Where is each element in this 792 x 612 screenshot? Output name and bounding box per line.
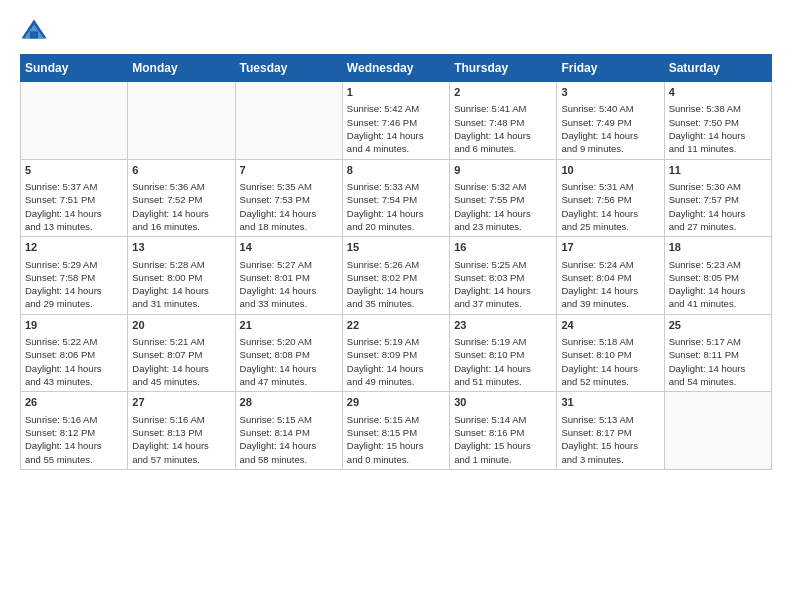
calendar-day-3: 3Sunrise: 5:40 AM Sunset: 7:49 PM Daylig… — [557, 82, 664, 160]
calendar-day-29: 29Sunrise: 5:15 AM Sunset: 8:15 PM Dayli… — [342, 392, 449, 470]
day-number: 26 — [25, 395, 123, 410]
calendar-day-7: 7Sunrise: 5:35 AM Sunset: 7:53 PM Daylig… — [235, 159, 342, 237]
day-number: 10 — [561, 163, 659, 178]
day-number: 1 — [347, 85, 445, 100]
calendar-empty-cell — [235, 82, 342, 160]
day-info: Sunrise: 5:38 AM Sunset: 7:50 PM Dayligh… — [669, 102, 767, 155]
calendar-day-6: 6Sunrise: 5:36 AM Sunset: 7:52 PM Daylig… — [128, 159, 235, 237]
calendar-day-15: 15Sunrise: 5:26 AM Sunset: 8:02 PM Dayli… — [342, 237, 449, 315]
calendar-week-row: 12Sunrise: 5:29 AM Sunset: 7:58 PM Dayli… — [21, 237, 772, 315]
svg-rect-2 — [30, 31, 38, 38]
day-info: Sunrise: 5:24 AM Sunset: 8:04 PM Dayligh… — [561, 258, 659, 311]
calendar-week-row: 26Sunrise: 5:16 AM Sunset: 8:12 PM Dayli… — [21, 392, 772, 470]
day-number: 19 — [25, 318, 123, 333]
calendar: SundayMondayTuesdayWednesdayThursdayFrid… — [20, 54, 772, 470]
calendar-day-13: 13Sunrise: 5:28 AM Sunset: 8:00 PM Dayli… — [128, 237, 235, 315]
day-number: 31 — [561, 395, 659, 410]
day-info: Sunrise: 5:41 AM Sunset: 7:48 PM Dayligh… — [454, 102, 552, 155]
day-info: Sunrise: 5:30 AM Sunset: 7:57 PM Dayligh… — [669, 180, 767, 233]
day-number: 16 — [454, 240, 552, 255]
calendar-day-17: 17Sunrise: 5:24 AM Sunset: 8:04 PM Dayli… — [557, 237, 664, 315]
day-info: Sunrise: 5:14 AM Sunset: 8:16 PM Dayligh… — [454, 413, 552, 466]
day-number: 4 — [669, 85, 767, 100]
calendar-day-19: 19Sunrise: 5:22 AM Sunset: 8:06 PM Dayli… — [21, 314, 128, 392]
calendar-day-14: 14Sunrise: 5:27 AM Sunset: 8:01 PM Dayli… — [235, 237, 342, 315]
day-info: Sunrise: 5:31 AM Sunset: 7:56 PM Dayligh… — [561, 180, 659, 233]
calendar-day-4: 4Sunrise: 5:38 AM Sunset: 7:50 PM Daylig… — [664, 82, 771, 160]
day-info: Sunrise: 5:42 AM Sunset: 7:46 PM Dayligh… — [347, 102, 445, 155]
day-number: 29 — [347, 395, 445, 410]
day-number: 17 — [561, 240, 659, 255]
day-info: Sunrise: 5:27 AM Sunset: 8:01 PM Dayligh… — [240, 258, 338, 311]
weekday-header-friday: Friday — [557, 55, 664, 82]
day-info: Sunrise: 5:22 AM Sunset: 8:06 PM Dayligh… — [25, 335, 123, 388]
day-info: Sunrise: 5:32 AM Sunset: 7:55 PM Dayligh… — [454, 180, 552, 233]
calendar-day-28: 28Sunrise: 5:15 AM Sunset: 8:14 PM Dayli… — [235, 392, 342, 470]
day-number: 22 — [347, 318, 445, 333]
day-info: Sunrise: 5:21 AM Sunset: 8:07 PM Dayligh… — [132, 335, 230, 388]
day-number: 28 — [240, 395, 338, 410]
calendar-day-26: 26Sunrise: 5:16 AM Sunset: 8:12 PM Dayli… — [21, 392, 128, 470]
weekday-header-wednesday: Wednesday — [342, 55, 449, 82]
day-number: 11 — [669, 163, 767, 178]
day-number: 3 — [561, 85, 659, 100]
day-info: Sunrise: 5:35 AM Sunset: 7:53 PM Dayligh… — [240, 180, 338, 233]
day-number: 21 — [240, 318, 338, 333]
day-number: 25 — [669, 318, 767, 333]
day-number: 20 — [132, 318, 230, 333]
calendar-day-12: 12Sunrise: 5:29 AM Sunset: 7:58 PM Dayli… — [21, 237, 128, 315]
calendar-week-row: 5Sunrise: 5:37 AM Sunset: 7:51 PM Daylig… — [21, 159, 772, 237]
day-number: 27 — [132, 395, 230, 410]
day-info: Sunrise: 5:18 AM Sunset: 8:10 PM Dayligh… — [561, 335, 659, 388]
calendar-day-25: 25Sunrise: 5:17 AM Sunset: 8:11 PM Dayli… — [664, 314, 771, 392]
day-info: Sunrise: 5:15 AM Sunset: 8:14 PM Dayligh… — [240, 413, 338, 466]
header — [20, 16, 772, 44]
calendar-day-18: 18Sunrise: 5:23 AM Sunset: 8:05 PM Dayli… — [664, 237, 771, 315]
calendar-day-24: 24Sunrise: 5:18 AM Sunset: 8:10 PM Dayli… — [557, 314, 664, 392]
day-info: Sunrise: 5:20 AM Sunset: 8:08 PM Dayligh… — [240, 335, 338, 388]
calendar-empty-cell — [128, 82, 235, 160]
day-number: 7 — [240, 163, 338, 178]
day-number: 5 — [25, 163, 123, 178]
day-info: Sunrise: 5:16 AM Sunset: 8:13 PM Dayligh… — [132, 413, 230, 466]
day-info: Sunrise: 5:25 AM Sunset: 8:03 PM Dayligh… — [454, 258, 552, 311]
day-info: Sunrise: 5:13 AM Sunset: 8:17 PM Dayligh… — [561, 413, 659, 466]
day-number: 13 — [132, 240, 230, 255]
calendar-day-16: 16Sunrise: 5:25 AM Sunset: 8:03 PM Dayli… — [450, 237, 557, 315]
day-info: Sunrise: 5:26 AM Sunset: 8:02 PM Dayligh… — [347, 258, 445, 311]
weekday-header-row: SundayMondayTuesdayWednesdayThursdayFrid… — [21, 55, 772, 82]
calendar-day-1: 1Sunrise: 5:42 AM Sunset: 7:46 PM Daylig… — [342, 82, 449, 160]
calendar-day-31: 31Sunrise: 5:13 AM Sunset: 8:17 PM Dayli… — [557, 392, 664, 470]
weekday-header-thursday: Thursday — [450, 55, 557, 82]
calendar-day-22: 22Sunrise: 5:19 AM Sunset: 8:09 PM Dayli… — [342, 314, 449, 392]
day-info: Sunrise: 5:15 AM Sunset: 8:15 PM Dayligh… — [347, 413, 445, 466]
calendar-day-23: 23Sunrise: 5:19 AM Sunset: 8:10 PM Dayli… — [450, 314, 557, 392]
day-number: 30 — [454, 395, 552, 410]
day-number: 18 — [669, 240, 767, 255]
day-number: 15 — [347, 240, 445, 255]
day-number: 6 — [132, 163, 230, 178]
logo — [20, 16, 52, 44]
calendar-empty-cell — [21, 82, 128, 160]
weekday-header-saturday: Saturday — [664, 55, 771, 82]
calendar-day-8: 8Sunrise: 5:33 AM Sunset: 7:54 PM Daylig… — [342, 159, 449, 237]
day-number: 2 — [454, 85, 552, 100]
calendar-day-21: 21Sunrise: 5:20 AM Sunset: 8:08 PM Dayli… — [235, 314, 342, 392]
day-number: 12 — [25, 240, 123, 255]
day-info: Sunrise: 5:40 AM Sunset: 7:49 PM Dayligh… — [561, 102, 659, 155]
day-info: Sunrise: 5:37 AM Sunset: 7:51 PM Dayligh… — [25, 180, 123, 233]
day-number: 8 — [347, 163, 445, 178]
weekday-header-tuesday: Tuesday — [235, 55, 342, 82]
day-info: Sunrise: 5:28 AM Sunset: 8:00 PM Dayligh… — [132, 258, 230, 311]
day-number: 9 — [454, 163, 552, 178]
day-number: 23 — [454, 318, 552, 333]
calendar-day-30: 30Sunrise: 5:14 AM Sunset: 8:16 PM Dayli… — [450, 392, 557, 470]
calendar-day-5: 5Sunrise: 5:37 AM Sunset: 7:51 PM Daylig… — [21, 159, 128, 237]
day-number: 14 — [240, 240, 338, 255]
calendar-day-10: 10Sunrise: 5:31 AM Sunset: 7:56 PM Dayli… — [557, 159, 664, 237]
day-info: Sunrise: 5:36 AM Sunset: 7:52 PM Dayligh… — [132, 180, 230, 233]
day-info: Sunrise: 5:33 AM Sunset: 7:54 PM Dayligh… — [347, 180, 445, 233]
calendar-day-2: 2Sunrise: 5:41 AM Sunset: 7:48 PM Daylig… — [450, 82, 557, 160]
calendar-empty-cell — [664, 392, 771, 470]
day-number: 24 — [561, 318, 659, 333]
